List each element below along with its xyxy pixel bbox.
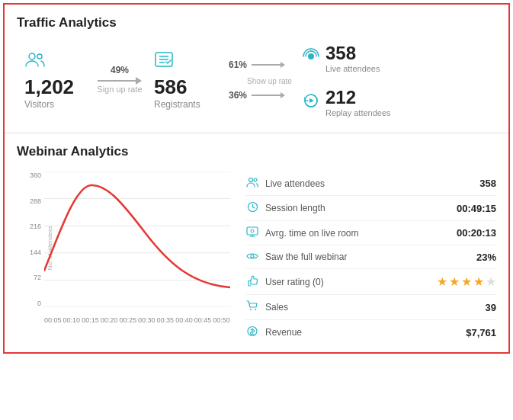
x-axis: 00:05 00:10 00:15 00:20 00:25 00:30 00:3…	[44, 316, 230, 324]
svg-marker-8	[309, 98, 314, 103]
replay-attendees-stat: 212 Replay attendees	[303, 87, 391, 117]
svg-point-16	[254, 178, 257, 181]
chart-svg	[44, 172, 230, 307]
stat-monitor-icon	[245, 226, 259, 239]
webinar-content: 360 288 216 144 72 0 No. of attendees	[17, 172, 496, 345]
signup-rate-label: Sign up rate	[97, 85, 142, 94]
stat-people-icon	[245, 177, 259, 190]
x-0020: 00:20	[101, 316, 118, 324]
bottom-split: 36%	[226, 90, 292, 101]
stat-thumb-icon	[245, 275, 259, 289]
y-label-288: 288	[30, 197, 41, 205]
x-0035: 00:35	[157, 316, 175, 324]
svg-point-23	[251, 229, 254, 232]
stat-left-avg: Avrg. time on live room	[245, 226, 359, 239]
registrants-icon	[154, 51, 174, 72]
stat-name-avg: Avrg. time on live room	[265, 228, 359, 239]
app-container: Traffic Analytics 1,202 Visitors	[3, 3, 510, 354]
stat-val-live: 358	[479, 178, 496, 189]
stat-name-session: Session length	[265, 203, 325, 213]
stat-val-saw: 23%	[476, 252, 496, 263]
x-0015: 00:15	[82, 316, 99, 324]
stat-name-sales: Sales	[265, 302, 288, 313]
y-label-360: 360	[30, 172, 41, 179]
registrants-stat: 586 Registrants	[154, 51, 215, 110]
replay-attendees-label: Replay attendees	[325, 108, 391, 117]
show-up-text: Show up rate	[247, 77, 292, 85]
x-0005: 00:05	[44, 316, 62, 324]
x-0030: 00:30	[138, 316, 156, 324]
y-label-0: 0	[37, 300, 41, 307]
svg-point-0	[29, 53, 35, 59]
stat-name-revenue: Revenue	[265, 327, 302, 338]
stats-table: Live attendees 358 Se	[245, 172, 496, 345]
y-label-216: 216	[30, 223, 41, 230]
stat-val-sales: 39	[486, 302, 496, 313]
x-0025: 00:25	[119, 316, 136, 324]
visitors-label: Visitors	[24, 99, 54, 110]
star-5: ★	[486, 274, 496, 289]
star-2: ★	[449, 274, 460, 289]
split-arrows-container: 61% Show up rate 36%	[226, 59, 292, 101]
svg-point-24	[251, 255, 254, 258]
replay-icon	[303, 92, 319, 113]
stat-left-sales: Sales	[245, 300, 288, 314]
stat-saw-full: Saw the full webinar 23%	[245, 245, 496, 269]
stat-user-rating: User rating (0) ★ ★ ★ ★ ★	[245, 269, 496, 295]
top-arrow-line	[252, 62, 285, 68]
stars-container: ★ ★ ★ ★ ★	[437, 274, 496, 289]
bottom-pct: 36%	[226, 90, 247, 101]
y-axis: 360 288 216 144 72 0	[17, 172, 44, 307]
live-stat-text: 358 Live attendees	[325, 43, 380, 73]
x-0040: 00:40	[175, 316, 193, 324]
arrow-line-body	[98, 80, 136, 82]
signup-arrow: 49% Sign up rate	[93, 65, 146, 95]
live-attendees-value: 358	[325, 43, 380, 64]
replay-attendees-value: 212	[325, 87, 391, 108]
visitors-stat: 1,202 Visitors	[24, 51, 85, 110]
show-up-label: Show up rate	[247, 73, 292, 87]
replay-stat-text: 212 Replay attendees	[325, 87, 391, 117]
webinar-title: Webinar Analytics	[17, 144, 496, 159]
svg-point-1	[37, 54, 42, 59]
bottom-arrowhead	[281, 92, 285, 98]
registrants-label: Registrants	[154, 99, 200, 110]
star-4: ★	[473, 274, 484, 289]
stat-avg-time: Avrg. time on live room 00:20:13	[245, 221, 496, 245]
chart-container: 360 288 216 144 72 0 No. of attendees	[17, 172, 230, 324]
stat-live-attendees: Live attendees 358	[245, 172, 496, 196]
stat-money-icon	[245, 325, 259, 339]
stat-left-revenue: Revenue	[245, 325, 302, 339]
stat-val-revenue: $7,761	[466, 327, 496, 338]
signup-rate-value: 49%	[111, 65, 129, 75]
arrow-head	[136, 77, 142, 85]
traffic-section: Traffic Analytics 1,202 Visitors	[5, 5, 508, 133]
stat-name-live: Live attendees	[265, 178, 325, 189]
stat-left-live: Live attendees	[245, 177, 325, 190]
stat-cart-icon	[245, 300, 259, 314]
svg-point-6	[308, 53, 314, 59]
stat-sales: Sales 39	[245, 295, 496, 320]
traffic-flow: 1,202 Visitors 49% Sign up rate	[17, 43, 496, 125]
stat-left-rating: User rating (0)	[245, 275, 324, 289]
x-0045: 00:45	[194, 316, 212, 324]
top-split: 61%	[226, 59, 292, 70]
svg-line-19	[252, 207, 255, 209]
svg-point-26	[255, 309, 256, 310]
stat-val-session: 00:49:15	[457, 203, 496, 214]
top-pct: 61%	[226, 59, 247, 70]
live-attendees-stat: 358 Live attendees	[303, 43, 391, 73]
right-stats: 358 Live attendees	[303, 43, 391, 117]
bottom-line	[252, 95, 281, 96]
x-0050: 00:50	[213, 316, 230, 324]
bottom-arrow-line	[252, 92, 285, 98]
stat-val-avg: 00:20:13	[457, 227, 496, 239]
stat-left-session: Session length	[245, 201, 325, 215]
top-line	[252, 64, 281, 66]
top-arrowhead	[281, 62, 285, 68]
chart-svg-area	[44, 172, 230, 307]
live-attendees-label: Live attendees	[325, 64, 380, 73]
visitors-icon	[24, 51, 46, 72]
signup-arrow-line	[98, 77, 142, 85]
stat-eye-icon	[245, 251, 259, 263]
